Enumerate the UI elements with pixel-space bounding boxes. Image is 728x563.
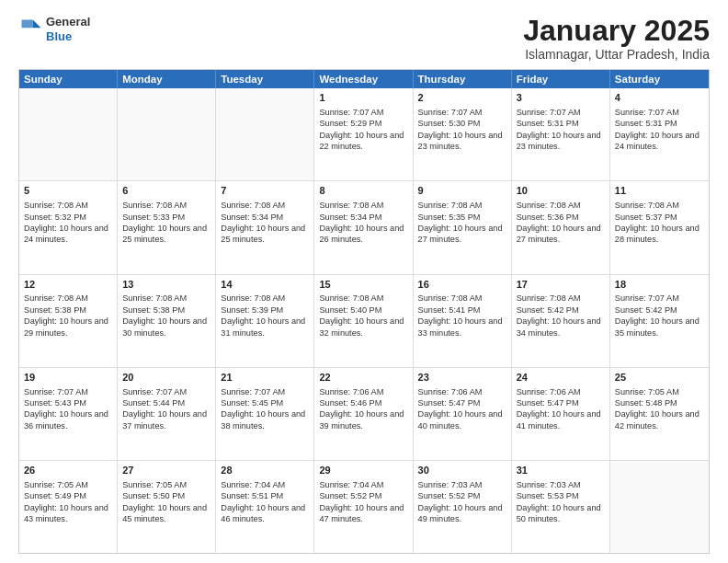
daylight-text: Daylight: 10 hours and 45 minutes. — [122, 502, 210, 525]
week-row-2: 5Sunrise: 7:08 AMSunset: 5:32 PMDaylight… — [19, 181, 709, 274]
sunrise-text: Sunrise: 7:08 AM — [319, 293, 407, 304]
page: General Blue January 2025 Islamnagar, Ut… — [0, 0, 728, 563]
sunset-text: Sunset: 5:34 PM — [319, 212, 407, 223]
sunset-text: Sunset: 5:32 PM — [24, 212, 112, 223]
sunset-text: Sunset: 5:37 PM — [615, 212, 704, 223]
day-number: 1 — [319, 91, 407, 105]
daylight-text: Daylight: 10 hours and 42 minutes. — [615, 408, 704, 431]
cal-cell: 19Sunrise: 7:07 AMSunset: 5:43 PMDayligh… — [19, 368, 118, 460]
daylight-text: Daylight: 10 hours and 24 minutes. — [24, 223, 112, 246]
logo: General Blue — [18, 15, 90, 43]
cal-cell — [216, 88, 314, 180]
sunset-text: Sunset: 5:52 PM — [418, 490, 506, 501]
cal-cell: 12Sunrise: 7:08 AMSunset: 5:38 PMDayligh… — [19, 275, 118, 367]
day-number: 30 — [418, 464, 506, 477]
sunrise-text: Sunrise: 7:07 AM — [24, 386, 112, 397]
day-number: 3 — [517, 91, 605, 105]
month-title: January 2025 — [523, 15, 710, 47]
cal-cell: 29Sunrise: 7:04 AMSunset: 5:52 PMDayligh… — [314, 461, 413, 553]
svg-rect-1 — [22, 19, 33, 28]
calendar-header: SundayMondayTuesdayWednesdayThursdayFrid… — [19, 70, 709, 88]
sunset-text: Sunset: 5:36 PM — [517, 212, 605, 223]
cal-cell: 27Sunrise: 7:05 AMSunset: 5:50 PMDayligh… — [118, 461, 216, 553]
day-number: 6 — [122, 184, 210, 198]
day-number: 7 — [221, 184, 309, 198]
daylight-text: Daylight: 10 hours and 39 minutes. — [319, 408, 407, 431]
daylight-text: Daylight: 10 hours and 22 minutes. — [319, 130, 407, 153]
daylight-text: Daylight: 10 hours and 40 minutes. — [418, 408, 506, 431]
day-number: 22 — [319, 371, 407, 385]
cal-cell: 16Sunrise: 7:08 AMSunset: 5:41 PMDayligh… — [414, 275, 512, 367]
daylight-text: Daylight: 10 hours and 35 minutes. — [615, 316, 704, 339]
cal-cell: 26Sunrise: 7:05 AMSunset: 5:49 PMDayligh… — [19, 461, 118, 553]
sunrise-text: Sunrise: 7:08 AM — [517, 293, 605, 304]
day-number: 9 — [418, 184, 506, 198]
daylight-text: Daylight: 10 hours and 38 minutes. — [221, 408, 309, 431]
day-number: 20 — [122, 371, 210, 385]
sunset-text: Sunset: 5:29 PM — [319, 118, 407, 129]
sunrise-text: Sunrise: 7:07 AM — [319, 107, 407, 118]
day-number: 17 — [517, 278, 605, 292]
cal-cell: 23Sunrise: 7:06 AMSunset: 5:47 PMDayligh… — [414, 368, 512, 460]
cal-cell: 31Sunrise: 7:03 AMSunset: 5:53 PMDayligh… — [512, 461, 610, 553]
daylight-text: Daylight: 10 hours and 37 minutes. — [122, 408, 210, 431]
sunset-text: Sunset: 5:41 PM — [418, 304, 506, 316]
subtitle: Islamnagar, Uttar Pradesh, India — [523, 47, 710, 62]
sunrise-text: Sunrise: 7:05 AM — [24, 479, 112, 490]
sunrise-text: Sunrise: 7:07 AM — [615, 293, 704, 304]
logo-blue-text: Blue — [46, 29, 90, 44]
sunrise-text: Sunrise: 7:07 AM — [418, 107, 506, 118]
sunrise-text: Sunrise: 7:03 AM — [517, 479, 605, 490]
day-number: 23 — [418, 371, 506, 385]
sunset-text: Sunset: 5:51 PM — [221, 490, 309, 501]
day-number: 10 — [517, 184, 605, 198]
day-number: 29 — [319, 464, 407, 477]
day-number: 26 — [24, 464, 112, 477]
weekday-header-saturday: Saturday — [610, 70, 709, 88]
title-block: January 2025 Islamnagar, Uttar Pradesh, … — [523, 15, 710, 62]
header: General Blue January 2025 Islamnagar, Ut… — [18, 15, 710, 62]
cal-cell: 14Sunrise: 7:08 AMSunset: 5:39 PMDayligh… — [216, 275, 314, 367]
cal-cell: 13Sunrise: 7:08 AMSunset: 5:38 PMDayligh… — [118, 275, 216, 367]
sunrise-text: Sunrise: 7:05 AM — [615, 386, 704, 397]
day-number: 19 — [24, 371, 112, 385]
sunset-text: Sunset: 5:52 PM — [319, 490, 407, 501]
sunset-text: Sunset: 5:33 PM — [122, 212, 210, 223]
daylight-text: Daylight: 10 hours and 29 minutes. — [24, 316, 112, 339]
day-number: 13 — [122, 278, 210, 292]
cal-cell — [610, 461, 709, 553]
sunrise-text: Sunrise: 7:04 AM — [319, 479, 407, 490]
day-number: 4 — [615, 91, 704, 105]
logo-text: General Blue — [46, 15, 90, 43]
sunset-text: Sunset: 5:42 PM — [517, 304, 605, 316]
sunset-text: Sunset: 5:47 PM — [418, 397, 506, 408]
cal-cell: 28Sunrise: 7:04 AMSunset: 5:51 PMDayligh… — [216, 461, 314, 553]
cal-cell: 7Sunrise: 7:08 AMSunset: 5:34 PMDaylight… — [216, 181, 314, 273]
day-number: 16 — [418, 278, 506, 292]
daylight-text: Daylight: 10 hours and 25 minutes. — [221, 223, 309, 246]
sunrise-text: Sunrise: 7:07 AM — [517, 107, 605, 118]
cal-cell — [118, 88, 216, 180]
day-number: 2 — [418, 91, 506, 105]
sunrise-text: Sunrise: 7:08 AM — [418, 293, 506, 304]
week-row-4: 19Sunrise: 7:07 AMSunset: 5:43 PMDayligh… — [19, 368, 709, 461]
weekday-header-thursday: Thursday — [414, 70, 512, 88]
sunrise-text: Sunrise: 7:08 AM — [615, 200, 704, 211]
sunset-text: Sunset: 5:46 PM — [319, 397, 407, 408]
sunrise-text: Sunrise: 7:07 AM — [221, 386, 309, 397]
weekday-header-friday: Friday — [512, 70, 610, 88]
sunset-text: Sunset: 5:43 PM — [24, 397, 112, 408]
sunset-text: Sunset: 5:31 PM — [615, 118, 704, 129]
daylight-text: Daylight: 10 hours and 50 minutes. — [517, 502, 605, 525]
cal-cell: 2Sunrise: 7:07 AMSunset: 5:30 PMDaylight… — [414, 88, 512, 180]
calendar-body: 1Sunrise: 7:07 AMSunset: 5:29 PMDaylight… — [19, 88, 709, 553]
day-number: 5 — [24, 184, 112, 198]
cal-cell: 5Sunrise: 7:08 AMSunset: 5:32 PMDaylight… — [19, 181, 118, 273]
daylight-text: Daylight: 10 hours and 34 minutes. — [517, 316, 605, 339]
sunset-text: Sunset: 5:47 PM — [517, 397, 605, 408]
sunrise-text: Sunrise: 7:06 AM — [418, 386, 506, 397]
day-number: 21 — [221, 371, 309, 385]
sunset-text: Sunset: 5:50 PM — [122, 490, 210, 501]
day-number: 8 — [319, 184, 407, 198]
cal-cell: 11Sunrise: 7:08 AMSunset: 5:37 PMDayligh… — [610, 181, 709, 273]
